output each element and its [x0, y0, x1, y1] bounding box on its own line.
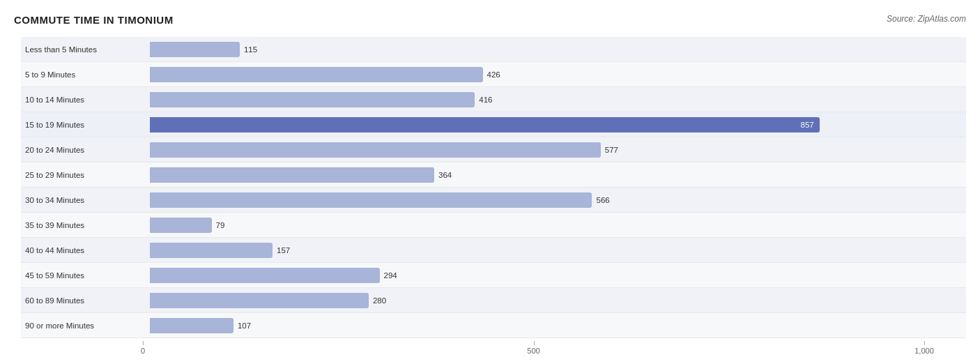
bar-label: 60 to 89 Minutes — [21, 296, 150, 305]
bar-fill — [150, 142, 601, 158]
bar-value: 79 — [216, 221, 225, 229]
header: COMMUTE TIME IN TIMONIUM Source: ZipAtla… — [14, 14, 966, 26]
x-axis-tick — [534, 341, 535, 345]
bar-row: 90 or more Minutes107 — [21, 313, 966, 338]
x-axis-label: 1,000 — [914, 347, 934, 355]
chart-title: COMMUTE TIME IN TIMONIUM — [14, 14, 174, 26]
bar-label: 45 to 59 Minutes — [21, 271, 150, 280]
bar-fill — [150, 268, 380, 283]
bar-container: 416 — [150, 91, 966, 108]
bar-container: 79 — [150, 217, 966, 234]
bar-container: 115 — [150, 41, 966, 58]
bar-row: 5 to 9 Minutes426 — [21, 62, 966, 87]
bar-container: 280 — [150, 292, 966, 309]
bar-value: 416 — [479, 96, 492, 104]
bar-value: 294 — [384, 271, 397, 280]
bar-label: Less than 5 Minutes — [21, 45, 150, 54]
bar-fill — [150, 192, 592, 208]
bar-fill — [150, 167, 434, 183]
bar-label: 5 to 9 Minutes — [21, 70, 150, 79]
chart-area: Less than 5 Minutes1155 to 9 Minutes4261… — [21, 37, 966, 338]
bar-fill: 857 — [150, 117, 820, 132]
bar-label: 35 to 39 Minutes — [21, 221, 150, 229]
bar-value: 107 — [238, 321, 251, 330]
bar-value: 566 — [596, 196, 609, 204]
bar-row: 10 to 14 Minutes416 — [21, 87, 966, 112]
bar-container: 426 — [150, 66, 966, 83]
bar-value: 157 — [277, 246, 290, 255]
bar-container: 857 — [150, 116, 966, 133]
bar-label: 15 to 19 Minutes — [21, 121, 150, 129]
bar-value: 364 — [438, 171, 452, 179]
bar-row: 35 to 39 Minutes79 — [21, 213, 966, 238]
source-label: Source: ZipAtlas.com — [887, 14, 966, 24]
x-axis-label: 0 — [141, 347, 145, 355]
bar-row: 25 to 29 Minutes364 — [21, 162, 966, 188]
bar-container: 294 — [150, 267, 966, 284]
bar-fill — [150, 243, 273, 258]
bar-row: 40 to 44 Minutes157 — [21, 238, 966, 263]
bar-label: 25 to 29 Minutes — [21, 171, 150, 179]
bar-row: 30 to 34 Minutes566 — [21, 188, 966, 213]
bar-row: 15 to 19 Minutes857 — [21, 112, 966, 137]
bar-value: 115 — [244, 45, 257, 54]
bar-container: 107 — [150, 317, 966, 334]
bar-container: 577 — [150, 142, 966, 158]
bar-container: 364 — [150, 167, 966, 183]
x-axis-tick — [924, 341, 925, 345]
bar-label: 10 to 14 Minutes — [21, 96, 150, 104]
bar-label: 30 to 34 Minutes — [21, 196, 150, 204]
bar-fill — [150, 42, 240, 57]
bar-fill — [150, 218, 212, 233]
bar-label: 20 to 24 Minutes — [21, 146, 150, 154]
bar-value: 577 — [605, 146, 618, 154]
bar-fill — [150, 92, 475, 107]
bar-row: 20 to 24 Minutes577 — [21, 137, 966, 162]
bar-row: 45 to 59 Minutes294 — [21, 263, 966, 288]
bar-fill — [150, 293, 369, 308]
bar-row: 60 to 89 Minutes280 — [21, 288, 966, 313]
bar-container: 566 — [150, 192, 966, 208]
bar-label: 40 to 44 Minutes — [21, 246, 150, 255]
x-axis-tick — [143, 341, 144, 345]
bar-fill — [150, 318, 233, 333]
bar-row: Less than 5 Minutes115 — [21, 37, 966, 62]
x-axis: 05001,000 — [143, 341, 924, 358]
x-axis-label: 500 — [527, 347, 539, 355]
bar-label: 90 or more Minutes — [21, 321, 150, 330]
bar-value: 426 — [487, 70, 500, 79]
bar-container: 157 — [150, 242, 966, 259]
bar-fill — [150, 67, 483, 82]
bar-value: 280 — [373, 296, 386, 305]
